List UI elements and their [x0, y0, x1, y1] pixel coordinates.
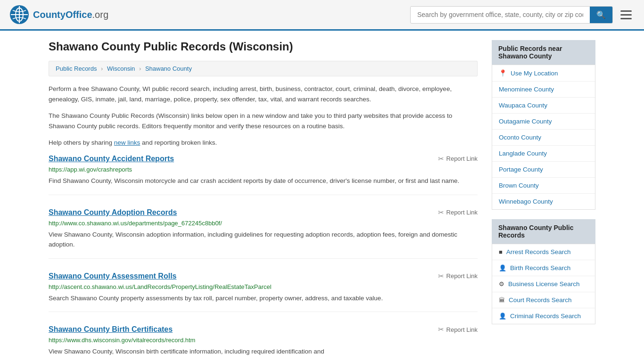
- record-type-icon: 🏛: [499, 296, 505, 304]
- county-link[interactable]: Portage County: [492, 162, 595, 177]
- report-icon: ✂: [438, 155, 444, 163]
- record-section: Shawano County Adoption Records ✂ Report…: [49, 208, 478, 259]
- record-url[interactable]: https://app.wi.gov/crashreports: [49, 166, 478, 173]
- site-header: CountyOffice.org 🔍: [0, 0, 644, 31]
- intro-paragraph-2: The Shawano County Public Records (Wisco…: [49, 111, 478, 131]
- public-records-sidebar-list: ■Arrest Records Search👤Birth Records Sea…: [492, 244, 595, 324]
- search-input[interactable]: [411, 7, 590, 22]
- sidebar-record-item: 🏛Court Records Search: [492, 292, 595, 308]
- record-title[interactable]: Shawano County Assessment Rolls: [49, 272, 176, 280]
- intro-paragraph-3: Help others by sharing new links and rep…: [49, 138, 478, 148]
- record-title[interactable]: Shawano County Accident Reports: [49, 155, 174, 163]
- search-button[interactable]: 🔍: [590, 7, 612, 23]
- search-bar: 🔍: [410, 6, 613, 24]
- sidebar-record-link[interactable]: Court Records Search: [509, 296, 572, 304]
- hamburger-line-3: [620, 18, 632, 19]
- record-description: Search Shawano County property assessmen…: [49, 293, 478, 304]
- county-link[interactable]: Waupaca County: [492, 98, 595, 113]
- report-link[interactable]: ✂ Report Link: [438, 208, 478, 217]
- sidebar-record-link[interactable]: Business License Search: [508, 280, 580, 288]
- header-right: 🔍: [410, 6, 635, 24]
- record-description: Find Shawano County, Wisconsin motorcycl…: [49, 176, 478, 186]
- page-title: Shawano County Public Records (Wisconsin…: [49, 40, 478, 53]
- intro-paragraph-1: Perform a free Shawano County, WI public…: [49, 84, 478, 104]
- nearby-county-list: 📍 Use My LocationMenominee CountyWaupaca…: [492, 65, 595, 210]
- intro-3-before: Help others by sharing: [49, 139, 114, 146]
- record-type-icon: ■: [499, 248, 503, 255]
- location-icon: 📍: [499, 69, 507, 77]
- report-link[interactable]: ✂ Report Link: [438, 325, 478, 334]
- record-header: Shawano County Adoption Records ✂ Report…: [49, 208, 478, 217]
- sidebar-record-item: 👤Birth Records Search: [492, 260, 595, 276]
- sidebar-record-link[interactable]: Birth Records Search: [510, 264, 570, 272]
- report-icon: ✂: [438, 208, 444, 217]
- sidebar-record-item: ⚙Business License Search: [492, 276, 595, 292]
- county-link[interactable]: Menominee County: [492, 82, 595, 97]
- record-title[interactable]: Shawano County Birth Certificates: [49, 325, 173, 334]
- county-link[interactable]: Langlade County: [492, 146, 595, 161]
- records-sidebar-title: Shawano County Public Records: [492, 219, 595, 244]
- logo-area: CountyOffice.org: [9, 5, 108, 25]
- breadcrumb-public-records[interactable]: Public Records: [56, 65, 97, 72]
- sidebar-record-link[interactable]: Arrest Records Search: [506, 248, 571, 255]
- nearby-county-item: Brown County: [492, 178, 595, 194]
- intro-3-after: and reporting broken links.: [140, 139, 217, 146]
- record-type-icon: 👤: [499, 313, 506, 320]
- county-link[interactable]: Brown County: [492, 178, 595, 193]
- report-icon: ✂: [438, 325, 444, 334]
- record-description: View Shawano County, Wisconsin birth cer…: [49, 346, 478, 357]
- breadcrumb-sep-2: ›: [139, 65, 141, 72]
- new-links-link[interactable]: new links: [114, 139, 140, 146]
- menu-button[interactable]: [618, 8, 635, 22]
- breadcrumb: Public Records › Wisconsin › Shawano Cou…: [49, 61, 478, 76]
- logo-icon: [9, 5, 29, 25]
- breadcrumb-wisconsin[interactable]: Wisconsin: [107, 65, 135, 72]
- record-header: Shawano County Accident Reports ✂ Report…: [49, 155, 478, 163]
- record-section: Shawano County Birth Certificates ✂ Repo…: [49, 325, 478, 362]
- hamburger-line-1: [620, 10, 632, 12]
- record-section: Shawano County Accident Reports ✂ Report…: [49, 155, 478, 195]
- nearby-county-item: Outagamie County: [492, 114, 595, 130]
- sidebar-record-item: ■Arrest Records Search: [492, 244, 595, 260]
- report-link[interactable]: ✂ Report Link: [438, 155, 478, 163]
- record-type-icon: ⚙: [499, 280, 504, 288]
- nearby-county-item: Portage County: [492, 162, 595, 178]
- record-header: Shawano County Birth Certificates ✂ Repo…: [49, 325, 478, 334]
- record-title[interactable]: Shawano County Adoption Records: [49, 208, 177, 217]
- records-container: Shawano County Accident Reports ✂ Report…: [49, 155, 478, 362]
- record-header: Shawano County Assessment Rolls ✂ Report…: [49, 272, 478, 280]
- nearby-county-item: Menominee County: [492, 82, 595, 98]
- nearby-county-item: 📍 Use My Location: [492, 65, 595, 82]
- report-link[interactable]: ✂ Report Link: [438, 272, 478, 280]
- sidebar-record-link[interactable]: Criminal Records Search: [510, 313, 581, 320]
- nearby-county-item: Langlade County: [492, 146, 595, 162]
- county-link[interactable]: Outagamie County: [492, 114, 595, 129]
- report-link-label: Report Link: [446, 209, 478, 216]
- county-link[interactable]: Winnebago County: [492, 194, 595, 209]
- breadcrumb-sep-1: ›: [101, 65, 103, 72]
- nearby-county-item: Winnebago County: [492, 194, 595, 209]
- record-description: View Shawano County, Wisconsin adoption …: [49, 230, 478, 250]
- record-type-icon: 👤: [499, 264, 506, 272]
- record-url[interactable]: https://www.dhs.wisconsin.gov/vitalrecor…: [49, 337, 478, 344]
- breadcrumb-shawano[interactable]: Shawano County: [145, 65, 192, 72]
- logo-text: CountyOffice.org: [33, 9, 108, 20]
- content-area: Shawano County Public Records (Wisconsin…: [49, 40, 478, 362]
- report-link-label: Report Link: [446, 155, 478, 162]
- report-link-label: Report Link: [446, 272, 478, 280]
- county-link[interactable]: Oconto County: [492, 130, 595, 145]
- report-link-label: Report Link: [446, 326, 478, 333]
- nearby-county-item: Oconto County: [492, 130, 595, 146]
- hamburger-line-2: [620, 14, 632, 16]
- sidebar-record-item: 👤Criminal Records Search: [492, 308, 595, 324]
- record-section: Shawano County Assessment Rolls ✂ Report…: [49, 272, 478, 313]
- report-icon: ✂: [438, 272, 444, 280]
- record-url[interactable]: http://ascent.co.shawano.wi.us/LandRecor…: [49, 283, 478, 290]
- use-my-location-link[interactable]: 📍 Use My Location: [492, 65, 595, 81]
- main-container: Shawano County Public Records (Wisconsin…: [39, 31, 605, 362]
- record-url[interactable]: http://www.co.shawano.wi.us/departments/…: [49, 220, 478, 227]
- nearby-title: Public Records near Shawano County: [492, 40, 595, 65]
- sidebar: Public Records near Shawano County 📍 Use…: [492, 40, 595, 362]
- nearby-county-item: Waupaca County: [492, 98, 595, 114]
